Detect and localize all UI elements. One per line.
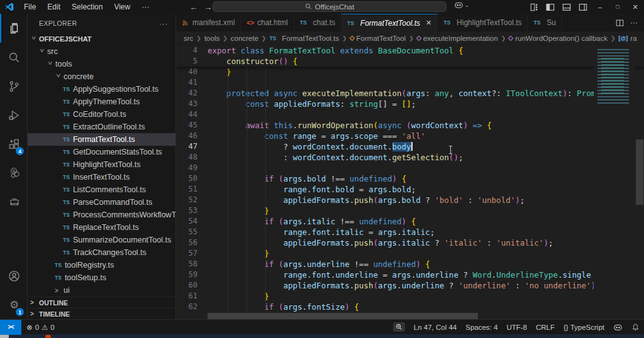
- line-number[interactable]: 45: [176, 120, 197, 131]
- activity-item-m365-agents-toolkit[interactable]: M365: [0, 187, 27, 216]
- line-number[interactable]: 57: [176, 248, 197, 259]
- menu-view[interactable]: View: [109, 1, 135, 13]
- activity-item-settings[interactable]: ⚙1: [0, 290, 27, 319]
- tree-file-InsertTextToolts[interactable]: TSInsertTextTool.ts: [28, 171, 175, 183]
- status--typescript[interactable]: {} TypeScript: [559, 324, 609, 331]
- activity-item-extensions[interactable]: 4: [0, 129, 27, 158]
- tree-file-ApplySuggestionsToolts[interactable]: TSApplySuggestionsTool.ts: [28, 83, 175, 95]
- line-number[interactable]: 53: [176, 205, 197, 216]
- tree-file-GetDocumentStatsToolts[interactable]: TSGetDocumentStatsTool.ts: [28, 146, 175, 158]
- line-number[interactable]: 40: [176, 67, 197, 77]
- activity-item-sharepoint[interactable]: S: [0, 158, 27, 187]
- line-number[interactable]: 55: [176, 227, 197, 237]
- line-number[interactable]: 56: [176, 237, 197, 248]
- nav-forward-button[interactable]: →: [204, 3, 212, 12]
- line-number[interactable]: 52: [176, 195, 197, 205]
- section-timeline[interactable]: >TIMELINE: [28, 308, 175, 319]
- activity-item-accounts[interactable]: [0, 261, 27, 290]
- explorer-more-actions-button[interactable]: ···: [159, 19, 168, 28]
- line-number[interactable]: 61: [176, 291, 197, 302]
- tree-file-toolRegistryts[interactable]: TStoolRegistry.ts: [28, 259, 175, 271]
- tree-file-SummarizeDocumentToolts[interactable]: TSSummarizeDocumentTool.ts: [28, 234, 175, 246]
- code-editor[interactable]: 4export class FormatTextTool extends Bas…: [176, 45, 644, 319]
- customize-layout-icon[interactable]: [526, 0, 542, 14]
- breadcrumb-item-tools[interactable]: tools: [204, 35, 219, 42]
- line-number[interactable]: 4: [176, 45, 197, 56]
- tree-folder-OFFICEJSCHAT[interactable]: >OFFICEJSCHAT: [28, 33, 175, 45]
- tree-file-ListCommentsToolts[interactable]: TSListCommentsTool.ts: [28, 183, 175, 196]
- line-number[interactable]: 48: [176, 152, 197, 163]
- tree-file-toolSetupts[interactable]: TStoolSetup.ts: [28, 271, 175, 284]
- minimap[interactable]: [594, 45, 635, 319]
- status-utf-8[interactable]: UTF-8: [502, 324, 531, 331]
- tree-file-ProcessCommentsWorkflowTo[interactable]: TSProcessCommentsWorkflowTo...: [28, 209, 175, 221]
- maximize-button[interactable]: □: [609, 0, 626, 14]
- breadcrumb-item-FormatTextTool[interactable]: FormatTextTool: [350, 35, 406, 42]
- line-number[interactable]: 47: [176, 141, 197, 152]
- status-copilot-icon[interactable]: [609, 324, 627, 331]
- status-crlf[interactable]: CRLF: [531, 324, 559, 331]
- tree-folder-concrete[interactable]: >concrete: [28, 70, 175, 83]
- status-bell-icon[interactable]: [627, 323, 644, 331]
- command-center-search[interactable]: OfficejsChat: [213, 1, 447, 12]
- activity-item-run-and-debug[interactable]: [0, 101, 27, 129]
- tree-file-HighlightTextToolts[interactable]: TSHighlightTextTool.ts: [28, 158, 175, 171]
- toggle-secondary-sidebar-icon[interactable]: [575, 0, 591, 14]
- line-number[interactable]: 5: [176, 56, 197, 67]
- breadcrumb-item-runWordOperationcallback[interactable]: runWordOperation() callback: [509, 35, 608, 42]
- status-spaces-4[interactable]: Spaces: 4: [461, 324, 502, 331]
- horizontal-scrollbar[interactable]: [176, 313, 594, 319]
- tree-file-ApplyThemeToolts[interactable]: TSApplyThemeTool.ts: [28, 95, 175, 108]
- menu-selection[interactable]: Selection: [67, 1, 108, 13]
- menu-file[interactable]: File: [19, 1, 41, 13]
- breadcrumb-item-src[interactable]: src: [184, 35, 193, 42]
- toggle-primary-sidebar-icon[interactable]: [542, 0, 558, 14]
- tree-folder-src[interactable]: >src: [28, 45, 175, 58]
- vertical-scrollbar-thumb[interactable]: [636, 139, 643, 205]
- tab-manifestxml[interactable]: manifest.xml: [176, 14, 241, 31]
- line-number[interactable]: 49: [176, 163, 197, 173]
- menu-edit[interactable]: Edit: [42, 1, 65, 13]
- status-ln-47-col-44[interactable]: Ln 47, Col 44: [409, 324, 461, 331]
- line-number[interactable]: 51: [176, 184, 197, 195]
- line-number[interactable]: 41: [176, 77, 197, 88]
- activity-item-explorer[interactable]: [0, 14, 27, 43]
- remote-indicator-button[interactable]: ><: [0, 320, 21, 335]
- tree-file-CoEditorToolts[interactable]: TSCoEditorTool.ts: [28, 108, 175, 121]
- tab-close-icon[interactable]: ✕: [426, 19, 431, 27]
- tab-FormatTextToolts[interactable]: TSFormatTextTool.ts✕: [341, 14, 438, 31]
- tab-chatts[interactable]: TSchat.ts: [294, 14, 341, 31]
- breadcrumb-item-FormatTextToolts[interactable]: TSFormatTextTool.ts: [269, 35, 339, 42]
- breadcrumb-item-concrete[interactable]: concrete: [231, 35, 258, 42]
- activity-item-source-control[interactable]: [0, 72, 27, 101]
- breadcrumb-item-executeImplementation[interactable]: executeImplementation: [417, 35, 498, 42]
- tab-chathtml[interactable]: <>chat.html: [241, 14, 294, 31]
- split-editor-icon[interactable]: [616, 19, 624, 27]
- line-number[interactable]: 43: [176, 99, 197, 109]
- tree-file-FormatTextToolts[interactable]: TSFormatTextTool.ts: [28, 133, 175, 146]
- editor-more-actions-icon[interactable]: ···: [630, 18, 638, 27]
- problems-button[interactable]: ⊗0 ⚠0: [21, 323, 60, 332]
- line-number[interactable]: 58: [176, 259, 197, 270]
- tree-file-ExtractOutlineToolts[interactable]: TSExtractOutlineTool.ts: [28, 121, 175, 133]
- close-button[interactable]: ✕: [626, 0, 644, 14]
- line-number[interactable]: 60: [176, 280, 197, 291]
- toggle-panel-icon[interactable]: [558, 0, 575, 14]
- code-line-4[interactable]: 4export class FormatTextTool extends Bas…: [176, 45, 644, 56]
- copilot-menu-button[interactable]: ⌄: [454, 1, 469, 9]
- section-outline[interactable]: >OUTLINE: [28, 297, 175, 308]
- tree-folder-ui[interactable]: >ui: [28, 284, 175, 297]
- line-number[interactable]: 46: [176, 131, 197, 141]
- tree-folder-tools[interactable]: >tools: [28, 58, 175, 70]
- vertical-scrollbar[interactable]: [635, 45, 644, 319]
- tab-Su[interactable]: TSSu: [528, 14, 562, 31]
- line-number[interactable]: 54: [176, 216, 197, 227]
- minimize-button[interactable]: –: [591, 0, 609, 14]
- nav-back-button[interactable]: ←: [189, 3, 197, 12]
- menu-[interactable]: ···: [136, 1, 154, 13]
- line-number[interactable]: 62: [176, 302, 197, 312]
- tree-file-ParseCommandToolts[interactable]: TSParseCommandTool.ts: [28, 196, 175, 209]
- horizontal-scrollbar-thumb[interactable]: [208, 313, 478, 319]
- status-zoom-icon[interactable]: [389, 322, 409, 332]
- line-number[interactable]: 59: [176, 270, 197, 280]
